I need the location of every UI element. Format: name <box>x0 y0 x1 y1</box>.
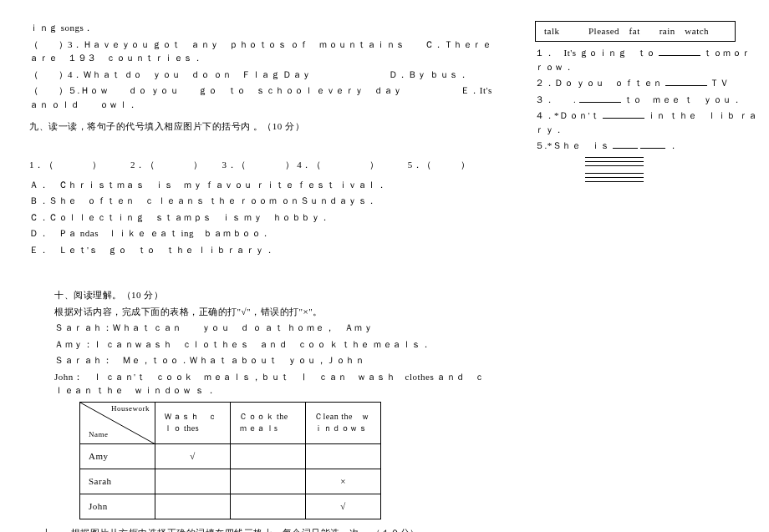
writing-line-1 <box>585 155 644 168</box>
question-5: （ ）５.Ｈｏｗ ｄｏ ｙｏｕ ｇｏ ｔｏ ｓｃｈｏｏｌ ｅｖｅｒｙ ｄａｙ Ｅ… <box>29 84 493 111</box>
john-clean: √ <box>306 494 381 519</box>
dialog-1: Ｓａｒａｈ：Ｗｈａｔ ｃａｎ ｙｏｕ ｄ ｏ ａｔ ｈｏｍｅ， Ａｍｙ <box>29 321 493 335</box>
sentence-2: ２．Ｄｏ ｙｏｕ ｏｆｔｅｎ ＴＶ <box>535 76 761 90</box>
col-cook: Ｃｏｏｋ the ｍｅａｌs <box>231 402 306 443</box>
option-b: Ｂ．Ｓｈｅ ｏｆｔｅｎ ｃ ｌｅａｎｓ ｔｈｅ ｒｏｏｍ ｏｎＳｕｎｄａｙｓ． <box>29 194 493 208</box>
option-a: Ａ． Ｃｈｒｉｓｔｍａｓ ｉｓ ｍｙ ｆａｖｏｕ ｒｉｔｅ ｆｅｓｔ ｉｖａｌ． <box>29 178 493 192</box>
amy-wash: √ <box>155 443 231 469</box>
q3-prefix: ｉｎｇ songs． <box>29 21 493 35</box>
row-sarah: Sarah <box>80 469 155 494</box>
section-10-title: 十、阅读理解。（10 分） <box>29 288 493 302</box>
section-11-title: 十一、根据图片从方框中选择正确的词填在四线三格上，每个词只能选一次 。（１０分）… <box>29 526 493 533</box>
sarah-clean: × <box>306 469 381 494</box>
picture-blanks: 1．（ ） 2．（ ） 3．（ ） 4．（ ） 5．（ ） <box>29 159 493 171</box>
john-wash <box>155 494 231 519</box>
question-3: （ ）3．Ｈａｖｅｙｏｕ ｇｏｔ ａｎｙ ｐｈｏｔｏｓ ｏｆ ｍｏｕｎｔａｉｎｓ… <box>29 38 493 65</box>
option-d: Ｄ． Ｐａ ndas ｌｉｋｅ ｅａｔ ing ｂａｍｂｏｏ． <box>29 226 493 241</box>
diagonal-header: Housework Name <box>80 402 155 443</box>
amy-clean <box>306 443 381 469</box>
sarah-cook <box>231 469 306 494</box>
row-amy: Amy <box>80 443 155 469</box>
amy-cook <box>231 443 306 469</box>
option-c: Ｃ．Ｃｏｌｌｅｃｔｉｎｇ ｓｔａｍｐｓ ｉｓ ｍｙ ｈｏｂｂｙ． <box>29 210 493 225</box>
sentence-1: １． It's ｇｏｉｎｇ ｔｏ ｔｏｍｏｒｒｏｗ． <box>535 46 761 73</box>
dialog-3: Ｓａｒａｈ： Ｍｅ，ｔｏｏ．Ｗｈａｔ ａｂｏｕｔ ｙｏｕ，Ｊｏｈｎ <box>29 353 493 367</box>
col-wash: Ｗａｓｈ ｃｌｏ thes <box>155 402 231 443</box>
word-box: talk Pleased fat rain watch <box>535 21 736 42</box>
col-clean: Ｃlean the ｗｉｎｄｏｗｓ <box>306 402 381 443</box>
john-cook <box>231 494 306 519</box>
row-john: John <box>80 494 155 519</box>
option-e: Ｅ． Ｌｅｔ'ｓ ｇｏ ｔｏ ｔｈｅ ｌｉｂｒａｒｙ． <box>29 243 493 257</box>
sarah-wash <box>155 469 231 494</box>
section-10-instruction: 根据对话内容，完成下面的表格，正确的打"√"，错误的打"×"。 <box>29 305 493 319</box>
question-4: （ ）4．Ｗｈａｔ ｄｏ ｙｏｕ ｄｏ ｏｎ Ｆｌａｇ Ｄａｙ Ｄ．Ｂｙ ｂｕｓ… <box>29 68 493 82</box>
diag-bottom-label: Name <box>89 430 109 438</box>
housework-table: Housework Name Ｗａｓｈ ｃｌｏ thes Ｃｏｏｋ the ｍｅ… <box>79 402 381 519</box>
sentence-3: ３． . ｔｏ ｍｅｅ ｔ ｙｏｕ． <box>535 93 761 107</box>
diag-top-label: Housework <box>111 404 150 413</box>
dialog-2: Ａｍｙ：Ｉ ｃａｎｗａｓｈ ｃｌｏｔｈｅｓ ａｎｄ ｃｏｏ ｋ ｔｈｅ ｍｅａｌ… <box>29 337 493 352</box>
sentence-4: ４．*Ｄｏｎ'ｔ ｉｎ ｔｈｅ ｌｉｂ ｒａｒｙ． <box>535 109 761 136</box>
dialog-4: John： Ｉ ｃａｎ'ｔ ｃｏｏｋ ｍｅａｌｓ，ｂｕｔ Ⅰ ｃａｎ ｗａｓｈ … <box>29 370 493 398</box>
section-9-title: 九、读一读，将句子的代号填入相应图片下的括号内 。（10 分） <box>29 119 493 134</box>
sentence-5: ５.*Ｓｈｅ ｉｓ ． <box>535 139 761 153</box>
writing-line-2 <box>585 171 644 184</box>
